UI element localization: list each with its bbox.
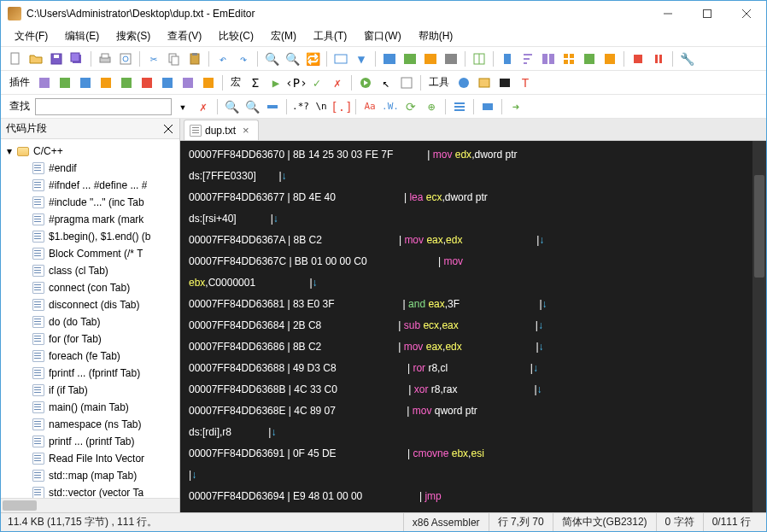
menu-edit[interactable]: 编辑(E) xyxy=(58,27,106,45)
case-icon[interactable]: Aa xyxy=(360,97,379,116)
snippet-item[interactable]: if (if Tab) xyxy=(1,382,179,399)
menu-window[interactable]: 窗口(W) xyxy=(357,27,407,45)
findnext-icon[interactable]: 🔍 xyxy=(283,50,302,68)
menu-tools[interactable]: 工具(T) xyxy=(307,27,354,45)
snippet-item[interactable]: class (cl Tab) xyxy=(1,262,179,279)
snippet-item[interactable]: fprintf ... (fprintf Tab) xyxy=(1,365,179,382)
script-icon[interactable] xyxy=(397,73,416,92)
macro-sigma-icon[interactable]: Σ xyxy=(246,73,265,92)
explorer-icon[interactable] xyxy=(475,73,494,92)
snippet-item[interactable]: Read File Into Vector xyxy=(1,450,179,467)
plugin7-icon[interactable] xyxy=(158,73,177,92)
window3-icon[interactable] xyxy=(421,50,440,68)
highlight-icon[interactable] xyxy=(263,97,282,116)
menu-help[interactable]: 帮助(H) xyxy=(412,27,460,45)
regex-icon[interactable]: .*? xyxy=(291,97,310,116)
menu-compare[interactable]: 比较(C) xyxy=(212,27,261,45)
print-icon[interactable] xyxy=(96,50,114,68)
snippet-item[interactable]: disconnect (dis Tab) xyxy=(1,296,179,313)
plugin1-icon[interactable] xyxy=(35,73,54,92)
find-icon[interactable]: 🔍 xyxy=(262,50,281,68)
ie-icon[interactable] xyxy=(454,73,473,92)
sidebar-hscroll[interactable] xyxy=(1,498,179,512)
undo-icon[interactable]: ↶ xyxy=(214,50,232,68)
plugin9-icon[interactable] xyxy=(199,73,218,92)
snippet-item[interactable]: #include "..." (inc Tab xyxy=(1,194,179,211)
plugin2-icon[interactable] xyxy=(56,73,74,92)
editor-vscroll[interactable] xyxy=(752,141,766,512)
plugin3-icon[interactable] xyxy=(76,73,95,92)
tab-dup[interactable]: dup.txt × xyxy=(184,120,259,140)
findprev-icon[interactable]: 🔍 xyxy=(222,97,241,116)
cursor-icon[interactable]: ↖ xyxy=(377,73,395,92)
snippet-item[interactable]: for (for Tab) xyxy=(1,330,179,348)
macro-check-icon[interactable]: ✓ xyxy=(307,73,326,92)
tab-close-icon[interactable]: × xyxy=(243,124,249,137)
expander-icon[interactable]: ▾ xyxy=(4,146,15,156)
snippet-item[interactable]: connect (con Tab) xyxy=(1,279,179,296)
window2-icon[interactable] xyxy=(401,50,419,68)
csv1-icon[interactable] xyxy=(470,50,489,68)
go-icon[interactable]: ➜ xyxy=(506,97,525,116)
snippet-item[interactable]: #pragma mark (mark xyxy=(1,211,179,228)
redo-icon[interactable]: ↷ xyxy=(234,50,253,68)
list-icon[interactable] xyxy=(450,97,469,116)
split-icon[interactable] xyxy=(539,50,558,68)
stop-icon[interactable] xyxy=(629,50,647,68)
snippet-item[interactable]: do (do Tab) xyxy=(1,313,179,330)
plugin4-icon[interactable] xyxy=(97,73,115,92)
x2-icon[interactable] xyxy=(600,50,619,68)
word-icon[interactable]: .W. xyxy=(381,97,400,116)
plugin5-icon[interactable] xyxy=(117,73,136,92)
open-icon[interactable] xyxy=(26,50,45,68)
paste-icon[interactable] xyxy=(185,50,204,68)
bracket-icon[interactable]: [.] xyxy=(332,97,351,116)
panel-close-icon[interactable] xyxy=(162,123,174,135)
macro-play-icon[interactable]: ▶ xyxy=(266,73,285,92)
code-view[interactable]: 00007FF84DD63670 | 8B 14 25 30 03 FE 7F … xyxy=(180,141,766,512)
snippet-item[interactable]: printf ... (printf Tab) xyxy=(1,433,179,450)
window1-icon[interactable] xyxy=(380,50,399,68)
replace-icon[interactable]: 🔁 xyxy=(303,50,322,68)
snippets-tree[interactable]: ▾ C/C++ #endif#ifndef ... #define ... ##… xyxy=(1,139,179,498)
cut-icon[interactable]: ✂ xyxy=(144,50,163,68)
snippet-item[interactable]: foreach (fe Tab) xyxy=(1,348,179,365)
snippet-item[interactable]: namespace (ns Tab) xyxy=(1,416,179,433)
copy-icon[interactable] xyxy=(165,50,184,68)
menu-macro[interactable]: 宏(M) xyxy=(264,27,303,45)
snippet-item[interactable]: #ifndef ... #define ... # xyxy=(1,177,179,194)
settings-icon[interactable]: 🔧 xyxy=(677,50,696,68)
preview-icon[interactable] xyxy=(116,50,135,68)
wrap-icon[interactable]: ⟳ xyxy=(401,97,420,116)
bookmark-icon[interactable] xyxy=(498,50,517,68)
snippet-item[interactable]: $1.begin(), $1.end() (b xyxy=(1,228,179,245)
find-input[interactable] xyxy=(35,98,172,115)
sort-icon[interactable] xyxy=(518,50,537,68)
menu-view[interactable]: 查看(V) xyxy=(161,27,208,45)
macro-x-icon[interactable]: ✗ xyxy=(328,73,347,92)
snippet-item[interactable]: std::vector (vector Ta xyxy=(1,484,179,498)
inc-icon[interactable]: ⊕ xyxy=(422,97,441,116)
close-button[interactable] xyxy=(727,1,766,26)
tree-root[interactable]: ▾ C/C++ xyxy=(1,143,179,160)
x1-icon[interactable] xyxy=(580,50,599,68)
snippet-item[interactable]: std::map (map Tab) xyxy=(1,467,179,484)
snippet-item[interactable]: main() (main Tab) xyxy=(1,399,179,416)
new-icon[interactable] xyxy=(6,50,25,68)
dropdown-icon[interactable]: ▾ xyxy=(173,97,192,116)
plugin6-icon[interactable] xyxy=(138,73,156,92)
pause-icon[interactable] xyxy=(649,50,668,68)
find-close-icon[interactable]: ✗ xyxy=(194,97,213,116)
escape-icon[interactable]: \n xyxy=(312,97,331,116)
tile-icon[interactable] xyxy=(559,50,578,68)
minimize-button[interactable] xyxy=(648,1,688,26)
snippet-item[interactable]: Block Comment (/* T xyxy=(1,245,179,262)
maximize-button[interactable] xyxy=(688,1,727,26)
window4-icon[interactable] xyxy=(442,50,460,68)
grep-icon[interactable] xyxy=(331,50,350,68)
menu-search[interactable]: 搜索(S) xyxy=(109,27,157,45)
findnext2-icon[interactable]: 🔍 xyxy=(243,97,261,116)
output-icon[interactable] xyxy=(478,97,497,116)
menu-file[interactable]: 文件(F) xyxy=(8,27,55,45)
snippet-item[interactable]: #endif xyxy=(1,160,179,177)
